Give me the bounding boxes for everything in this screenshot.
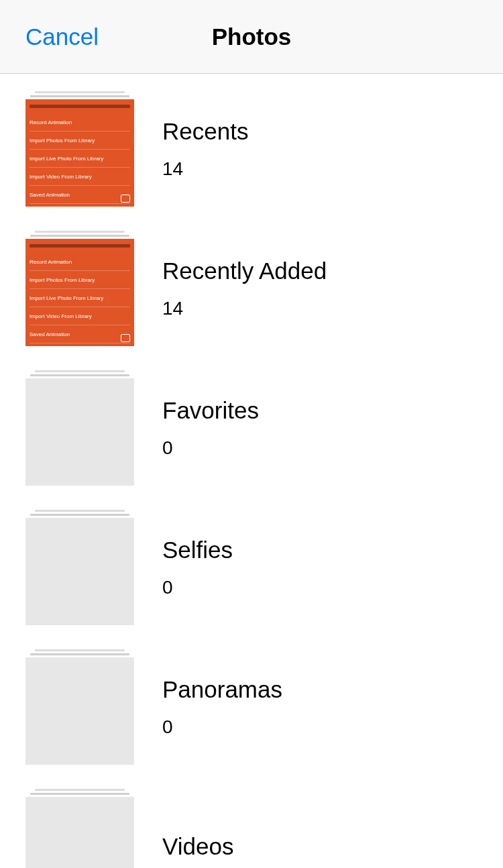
album-info: Selfies0	[162, 537, 233, 598]
album-name: Videos	[162, 833, 233, 860]
thumbnail-image: Record AnimationImport Photos From Libra…	[25, 239, 134, 346]
album-info: Videos	[162, 833, 233, 860]
album-count: 0	[162, 577, 233, 598]
album-thumbnail	[25, 510, 134, 625]
album-row[interactable]: Videos	[0, 777, 503, 868]
album-row[interactable]: Record AnimationImport Photos From Libra…	[0, 79, 503, 219]
album-name: Recently Added	[162, 258, 327, 284]
cancel-button[interactable]: Cancel	[25, 23, 99, 50]
albums-list: Record AnimationImport Photos From Libra…	[0, 74, 503, 868]
thumbnail-image: Record AnimationImport Photos From Libra…	[25, 99, 134, 207]
album-row[interactable]: Favorites0	[0, 358, 503, 498]
album-name: Panoramas	[162, 676, 282, 703]
album-count: 0	[162, 716, 282, 738]
album-info: Favorites0	[162, 397, 259, 459]
thumbnail-placeholder	[25, 657, 134, 765]
album-count: 14	[162, 298, 327, 319]
album-row[interactable]: Record AnimationImport Photos From Libra…	[0, 219, 503, 358]
album-thumbnail: Record AnimationImport Photos From Libra…	[25, 91, 134, 207]
album-row[interactable]: Panoramas0	[0, 637, 503, 777]
album-thumbnail: Record AnimationImport Photos From Libra…	[25, 231, 134, 346]
album-info: Panoramas0	[162, 676, 282, 738]
album-thumbnail	[25, 789, 134, 868]
album-name: Recents	[162, 118, 248, 145]
thumbnail-placeholder	[25, 378, 134, 486]
header-bar: Cancel Photos	[0, 0, 503, 74]
album-count: 14	[162, 158, 248, 180]
album-row[interactable]: Selfies0	[0, 498, 503, 637]
album-count: 0	[162, 437, 259, 459]
album-thumbnail	[25, 649, 134, 765]
thumbnail-placeholder	[25, 797, 134, 868]
album-info: Recently Added14	[162, 258, 327, 319]
album-name: Favorites	[162, 397, 259, 424]
album-thumbnail	[25, 370, 134, 486]
album-info: Recents14	[162, 118, 248, 180]
album-name: Selfies	[162, 537, 233, 563]
thumbnail-placeholder	[25, 518, 134, 625]
